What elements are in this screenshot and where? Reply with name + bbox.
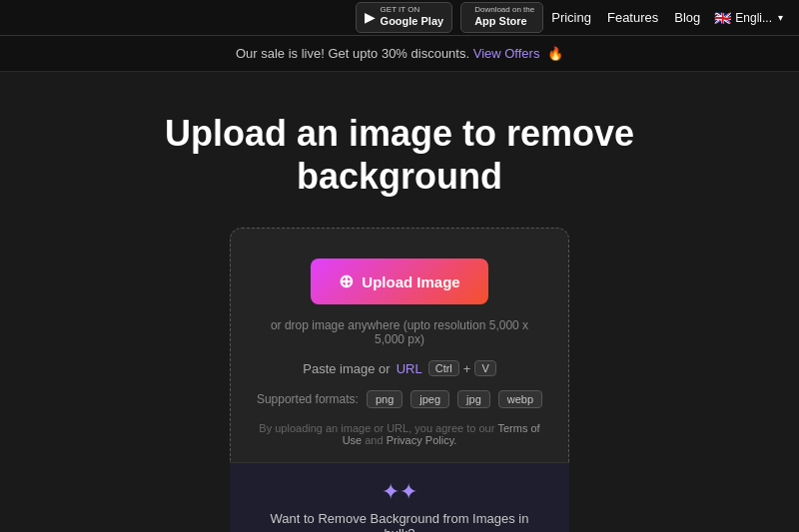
privacy-policy-link[interactable]: Privacy Policy. [387, 434, 457, 446]
language-selector[interactable]: 🇬🇧 Engli... ▾ [714, 10, 783, 26]
bulk-icon: ✦✦ [382, 479, 417, 505]
format-webp: webp [498, 390, 542, 408]
view-offers-link[interactable]: View Offers [473, 46, 540, 61]
upload-button-label: Upload Image [362, 273, 459, 290]
page-title: Upload an image to remove background [165, 112, 634, 198]
plus-separator: + [463, 361, 471, 376]
formats-row: Supported formats: png jpeg jpg webp [257, 390, 542, 408]
paste-label: Paste image or [303, 361, 390, 376]
format-jpeg: jpeg [410, 390, 449, 408]
format-jpg: jpg [457, 390, 490, 408]
nav-blog[interactable]: Blog [674, 10, 700, 25]
paste-row: Paste image or URL Ctrl + V [303, 360, 496, 376]
flag-icon: 🇬🇧 [714, 10, 731, 26]
app-store-text: Download on the App Store [474, 6, 534, 28]
google-play-icon: ▶ [365, 9, 376, 25]
format-png: png [367, 390, 402, 408]
keyboard-shortcut: Ctrl + V [428, 360, 496, 376]
navbar: ▶ GET IT ON Google Play Download on the … [0, 0, 799, 36]
sale-banner: Our sale is live! Get upto 30% discounts… [0, 36, 799, 72]
formats-label: Supported formats: [257, 392, 359, 406]
plus-icon: ⊕ [339, 270, 354, 292]
url-link[interactable]: URL [397, 361, 422, 376]
sale-text: Our sale is live! Get upto 30% discounts… [236, 46, 469, 61]
language-label: Engli... [735, 11, 772, 25]
upload-drop-area[interactable]: ⊕ Upload Image or drop image anywhere (u… [230, 228, 569, 532]
bulk-section: ✦✦ Want to Remove Background from Images… [230, 462, 569, 532]
google-play-text: GET IT ON Google Play [381, 6, 444, 28]
fire-emoji: 🔥 [547, 46, 563, 61]
drop-hint-text: or drop image anywhere (upto resolution … [255, 318, 544, 346]
terms-text: By uploading an image or URL, you agree … [255, 422, 544, 446]
app-store-button[interactable]: Download on the App Store [460, 2, 543, 32]
nav-pricing[interactable]: Pricing [551, 10, 591, 25]
main-content: Upload an image to remove background ⊕ U… [0, 72, 799, 532]
upload-image-button[interactable]: ⊕ Upload Image [311, 259, 487, 304]
chevron-down-icon: ▾ [778, 12, 783, 23]
google-play-button[interactable]: ▶ GET IT ON Google Play [356, 2, 453, 32]
ctrl-key: Ctrl [428, 360, 459, 376]
nav-features[interactable]: Features [607, 10, 658, 25]
v-key: V [474, 360, 495, 376]
bulk-text: Want to Remove Background from Images in… [254, 511, 545, 532]
nav-links: Pricing Features Blog [551, 10, 700, 25]
